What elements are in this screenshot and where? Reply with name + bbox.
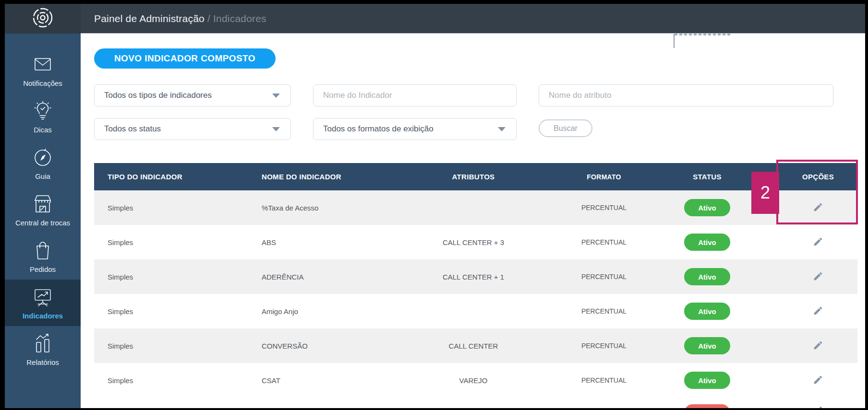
column-header-nome: NOME DO INDICADOR (248, 173, 401, 181)
table-row: Simples CSAT VAREJO PERCENTUAL Ativo (94, 363, 857, 398)
sidebar: Notificações Dicas Guia (5, 34, 81, 408)
breadcrumb-divider: / (207, 13, 210, 24)
status-badge[interactable]: Ativo (684, 372, 730, 389)
status-dropdown[interactable]: Todos os status (94, 118, 291, 140)
status-dropdown-value: Todos os status (104, 124, 161, 134)
cell-formato: PERCENTUAL (545, 342, 663, 350)
table-row: Simples ADERÊNCIA CALL CENTER + 1 PERCEN… (94, 259, 857, 294)
cell-nome: ABS (248, 238, 401, 246)
cell-formato: PERCENTUAL (545, 273, 663, 281)
edit-pencil-icon[interactable] (811, 403, 825, 408)
edit-pencil-icon[interactable] (811, 338, 825, 354)
filters-bar: Todos os tipos de indicadores Todos os s… (94, 84, 846, 140)
bar-chart-icon (32, 333, 53, 354)
sidebar-item-label: Central de trocas (15, 219, 70, 227)
breadcrumb-primary: Painel de Administração (94, 13, 205, 24)
edit-pencil-icon[interactable] (811, 373, 825, 388)
status-badge[interactable]: Ativo (684, 234, 730, 251)
cell-formato: PERCENTUAL (545, 307, 663, 315)
search-button-wrap: Buscar (539, 118, 833, 140)
sidebar-item-pedidos[interactable]: Pedidos (5, 233, 81, 280)
logo-block (5, 4, 81, 34)
clipped-cursor-artifact (674, 34, 675, 48)
display-format-dropdown-value: Todos os formatos de exibição (323, 124, 434, 134)
indicator-name-input[interactable] (323, 91, 506, 100)
sidebar-item-indicadores[interactable]: Indicadores (5, 280, 81, 326)
storefront-icon (32, 193, 53, 214)
cell-tipo: Simples (94, 238, 248, 246)
topbar: Painel de Administração / Indicadores (81, 4, 865, 34)
sidebar-item-label: Dicas (34, 126, 52, 134)
sidebar-item-guia[interactable]: Guia (5, 140, 81, 187)
indicator-type-dropdown-value: Todos os tipos de indicadores (104, 91, 212, 100)
column-header-opcoes: OPÇÕES (752, 173, 857, 181)
cell-atributos: CALL CENTER + 1 (401, 273, 545, 281)
edit-pencil-icon[interactable] (811, 234, 825, 250)
cell-tipo: Simples (94, 376, 248, 385)
column-header-formato: FORMATO (545, 173, 663, 181)
lightbulb-icon (32, 100, 53, 121)
edit-pencil-icon[interactable] (811, 200, 825, 216)
edit-pencil-icon[interactable] (811, 269, 825, 285)
attribute-name-field-wrap (539, 84, 833, 106)
indicator-name-field-wrap (313, 84, 517, 106)
cell-tipo: Simples (94, 342, 248, 350)
display-format-dropdown[interactable]: Todos os formatos de exibição (313, 118, 517, 140)
cell-atributos: VAREJO (401, 376, 545, 385)
chevron-down-icon (498, 127, 506, 131)
cell-tipo: Simples (94, 204, 248, 212)
edit-pencil-icon[interactable] (811, 304, 825, 319)
table-row: Simples %Taxa de Acesso PERCENTUAL Ativo (94, 190, 857, 225)
sidebar-item-label: Guia (35, 172, 50, 180)
presentation-chart-icon (32, 286, 53, 307)
column-header-atributos: ATRIBUTOS (401, 173, 545, 181)
attribute-name-input[interactable] (549, 91, 823, 100)
status-badge[interactable]: Ativo (684, 268, 730, 285)
cell-nome: %Taxa de Acesso (248, 204, 401, 212)
sidebar-item-dicas[interactable]: Dicas (5, 94, 81, 140)
cell-atributos: CALL CENTER (401, 342, 545, 350)
breadcrumb: Painel de Administração / Indicadores (94, 13, 266, 24)
cell-formato: PERCENTUAL (545, 238, 663, 246)
envelope-icon (32, 54, 53, 75)
column-header-status: STATUS (663, 173, 752, 181)
table-row-partial (94, 398, 857, 408)
cell-nome: CSAT (248, 376, 401, 385)
indicators-table: TIPO DO INDICADOR NOME DO INDICADOR ATRI… (94, 163, 857, 408)
new-composite-indicator-button[interactable]: NOVO INDICADOR COMPOSTO (94, 48, 276, 69)
table-row: Simples Amigo Anjo PERCENTUAL Ativo (94, 294, 857, 328)
sidebar-item-central-de-trocas[interactable]: Central de trocas (5, 187, 81, 233)
cell-formato: PERCENTUAL (545, 376, 663, 384)
cell-nome: ADERÊNCIA (248, 273, 401, 281)
chevron-down-icon (272, 127, 280, 131)
indicator-type-dropdown[interactable]: Todos os tipos de indicadores (94, 84, 291, 106)
status-badge[interactable]: Ativo (684, 337, 730, 354)
sidebar-item-label: Notificações (23, 79, 62, 87)
search-button[interactable]: Buscar (539, 119, 592, 137)
status-badge[interactable] (684, 404, 730, 408)
cell-tipo: Simples (94, 273, 248, 281)
column-header-tipo: TIPO DO INDICADOR (94, 173, 248, 181)
breadcrumb-secondary: Indicadores (213, 13, 266, 24)
status-badge[interactable]: Ativo (684, 303, 730, 320)
cell-nome: Amigo Anjo (248, 307, 401, 316)
clipped-text-artifact (675, 34, 732, 35)
cell-tipo: Simples (94, 307, 248, 316)
sidebar-item-label: Pedidos (30, 265, 56, 273)
sidebar-item-relatorios[interactable]: Relatórios (5, 326, 81, 373)
table-header-row: TIPO DO INDICADOR NOME DO INDICADOR ATRI… (94, 163, 857, 190)
chevron-down-icon (272, 94, 280, 98)
table-row: Simples CONVERSÃO CALL CENTER PERCENTUAL… (94, 328, 857, 363)
cell-nome: CONVERSÃO (248, 342, 401, 350)
sidebar-item-label: Indicadores (23, 312, 63, 320)
app-window: Painel de Administração / Indicadores No… (5, 4, 865, 408)
compass-icon (32, 147, 53, 168)
status-badge[interactable]: Ativo (684, 199, 730, 216)
sidebar-item-label: Relatórios (26, 358, 59, 366)
app-logo-icon[interactable] (30, 5, 55, 32)
cell-formato: PERCENTUAL (545, 204, 663, 211)
shopping-bag-icon (32, 240, 53, 261)
main-content: NOVO INDICADOR COMPOSTO Todos os tipos d… (81, 34, 865, 408)
sidebar-item-notificacoes[interactable]: Notificações (5, 47, 81, 94)
table-row: Simples ABS CALL CENTER + 3 PERCENTUAL A… (94, 225, 857, 259)
